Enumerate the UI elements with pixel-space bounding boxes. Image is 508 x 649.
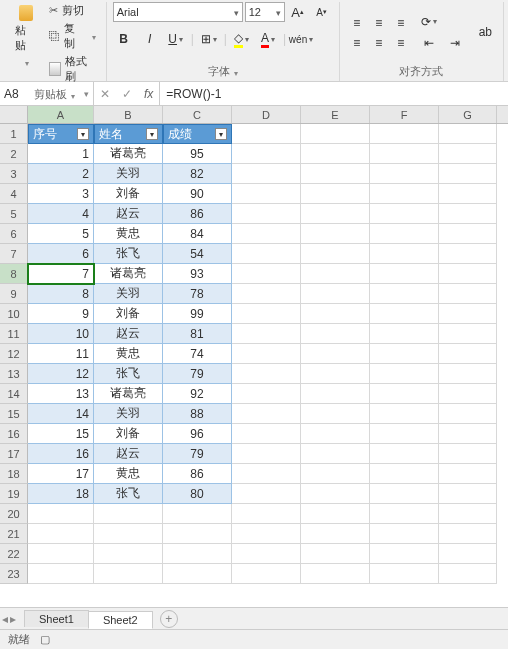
cell[interactable]: 赵云 <box>94 444 163 464</box>
cell[interactable] <box>301 144 370 164</box>
cell[interactable] <box>232 144 301 164</box>
cell[interactable] <box>232 204 301 224</box>
cell[interactable]: 12 <box>28 364 94 384</box>
cell[interactable] <box>370 144 439 164</box>
row-header[interactable]: 10 <box>0 304 28 324</box>
cell[interactable]: 15 <box>28 424 94 444</box>
cell[interactable] <box>163 564 232 584</box>
cell[interactable] <box>301 404 370 424</box>
sheet-tab[interactable]: Sheet1 <box>24 610 89 627</box>
align-bottom-button[interactable]: ≡ <box>390 13 412 33</box>
cell[interactable] <box>163 504 232 524</box>
cancel-formula-button[interactable]: ✕ <box>100 87 110 101</box>
cell[interactable]: 88 <box>163 404 232 424</box>
cell[interactable] <box>28 564 94 584</box>
cell[interactable] <box>370 424 439 444</box>
row-header[interactable]: 20 <box>0 504 28 524</box>
phonetic-button[interactable]: wén <box>290 29 312 49</box>
cell[interactable]: 诸葛亮 <box>94 144 163 164</box>
cell[interactable] <box>232 324 301 344</box>
cell[interactable] <box>28 544 94 564</box>
cell[interactable]: 18 <box>28 484 94 504</box>
cell[interactable] <box>370 464 439 484</box>
cell[interactable] <box>439 544 497 564</box>
row-header[interactable]: 15 <box>0 404 28 424</box>
fill-color-button[interactable]: ◇ <box>231 29 253 49</box>
cell[interactable] <box>232 164 301 184</box>
row-header[interactable]: 21 <box>0 524 28 544</box>
cell[interactable]: 8 <box>28 284 94 304</box>
cell[interactable] <box>232 504 301 524</box>
cell[interactable] <box>94 524 163 544</box>
row-header[interactable]: 7 <box>0 244 28 264</box>
cell[interactable]: 82 <box>163 164 232 184</box>
column-header-F[interactable]: F <box>370 106 439 123</box>
cell[interactable] <box>94 564 163 584</box>
cell[interactable]: 92 <box>163 384 232 404</box>
filter-button[interactable]: ▾ <box>146 128 158 140</box>
accept-formula-button[interactable]: ✓ <box>122 87 132 101</box>
cell[interactable] <box>370 284 439 304</box>
cell[interactable] <box>232 564 301 584</box>
row-header[interactable]: 19 <box>0 484 28 504</box>
cell[interactable] <box>301 184 370 204</box>
cell[interactable] <box>232 364 301 384</box>
row-header[interactable]: 9 <box>0 284 28 304</box>
cell[interactable] <box>439 404 497 424</box>
row-header[interactable]: 12 <box>0 344 28 364</box>
cell[interactable]: 4 <box>28 204 94 224</box>
cell[interactable] <box>232 524 301 544</box>
cell[interactable]: 90 <box>163 184 232 204</box>
wrap-text-button[interactable]: ab <box>474 22 497 42</box>
cell[interactable] <box>439 424 497 444</box>
cell[interactable] <box>301 164 370 184</box>
cell[interactable]: 81 <box>163 324 232 344</box>
row-header[interactable]: 16 <box>0 424 28 444</box>
cell[interactable]: 3 <box>28 184 94 204</box>
row-header[interactable]: 6 <box>0 224 28 244</box>
cell[interactable] <box>370 304 439 324</box>
cell[interactable] <box>232 484 301 504</box>
cell[interactable] <box>439 464 497 484</box>
cell[interactable] <box>232 284 301 304</box>
cell[interactable] <box>439 504 497 524</box>
cell[interactable] <box>439 344 497 364</box>
align-top-button[interactable]: ≡ <box>346 13 368 33</box>
copy-button[interactable]: 复制 <box>45 20 100 52</box>
column-header-C[interactable]: C <box>163 106 232 123</box>
shrink-font-button[interactable]: A▾ <box>311 2 333 22</box>
column-header-A[interactable]: A <box>28 106 94 123</box>
font-name-select[interactable]: Arial <box>113 2 243 22</box>
decrease-indent-button[interactable]: ⇤ <box>418 33 440 53</box>
cell[interactable]: 黄忠 <box>94 224 163 244</box>
cell[interactable] <box>439 444 497 464</box>
cell[interactable] <box>301 304 370 324</box>
row-header[interactable]: 14 <box>0 384 28 404</box>
cell[interactable] <box>232 304 301 324</box>
cell[interactable]: 86 <box>163 464 232 484</box>
cell[interactable]: 79 <box>163 444 232 464</box>
column-header-G[interactable]: G <box>439 106 497 123</box>
cell[interactable]: 13 <box>28 384 94 404</box>
cell[interactable]: 关羽 <box>94 404 163 424</box>
grow-font-button[interactable]: A▴ <box>287 2 309 22</box>
row-header[interactable]: 5 <box>0 204 28 224</box>
cell[interactable]: 6 <box>28 244 94 264</box>
font-size-select[interactable]: 12 <box>245 2 285 22</box>
fx-button[interactable]: fx <box>144 87 153 101</box>
dialog-launcher-icon[interactable] <box>232 66 238 78</box>
cell[interactable] <box>439 484 497 504</box>
font-color-button[interactable]: A <box>257 29 279 49</box>
align-right-button[interactable]: ≡ <box>390 33 412 53</box>
cell[interactable] <box>301 384 370 404</box>
cell[interactable] <box>301 324 370 344</box>
cell[interactable] <box>370 564 439 584</box>
cell[interactable] <box>301 464 370 484</box>
cell[interactable] <box>301 244 370 264</box>
row-header[interactable]: 2 <box>0 144 28 164</box>
cell[interactable] <box>370 444 439 464</box>
row-header[interactable]: 18 <box>0 464 28 484</box>
bold-button[interactable]: B <box>113 29 135 49</box>
cell[interactable] <box>439 164 497 184</box>
spreadsheet-grid[interactable]: ABCDEFG 1序号▾姓名▾成绩▾21诸葛亮9532关羽8243刘备9054赵… <box>0 106 508 608</box>
